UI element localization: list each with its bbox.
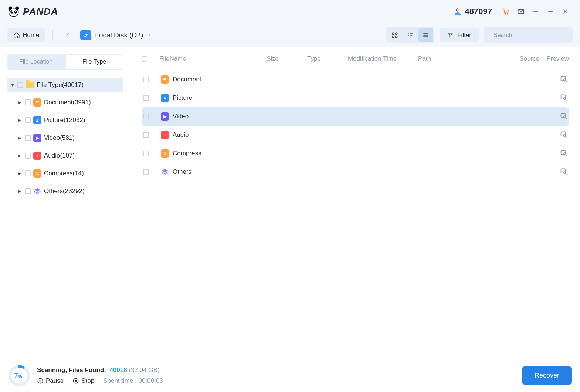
preview-button[interactable] <box>560 77 567 84</box>
row-checkbox[interactable] <box>143 169 149 175</box>
preview-button[interactable] <box>560 151 567 158</box>
aud-icon: ♪ <box>33 152 41 160</box>
row-name: Compress <box>173 150 201 157</box>
checkbox[interactable] <box>25 99 31 105</box>
tree-item-label: Picture(12032) <box>44 116 85 124</box>
checkbox[interactable] <box>25 170 31 176</box>
preview-button[interactable] <box>560 169 567 176</box>
scan-status-label: Scanning, Files Found: <box>37 366 106 374</box>
checkbox[interactable] <box>17 82 23 88</box>
tree-item-label: Video(581) <box>44 134 75 142</box>
chevron-right-icon <box>147 33 152 38</box>
svg-rect-13 <box>393 33 394 34</box>
tree-root[interactable]: ▼ File Type(40017) <box>7 78 123 92</box>
tree-item-vid[interactable]: ▶▶Video(581) <box>7 130 123 146</box>
cart-icon[interactable] <box>499 4 513 19</box>
pause-label: Pause <box>46 377 64 385</box>
checkbox[interactable] <box>25 188 31 194</box>
home-label: Home <box>23 31 39 39</box>
disk-icon <box>80 30 91 40</box>
tree-item-label: Document(3991) <box>44 99 91 106</box>
home-button[interactable]: Home <box>7 28 45 42</box>
table-row[interactable]: ▶Video <box>142 107 569 126</box>
row-checkbox[interactable] <box>143 132 149 138</box>
view-detail-button[interactable] <box>403 28 418 42</box>
tree-item-doc[interactable]: ▶≣Document(3991) <box>7 95 123 110</box>
expand-icon[interactable]: ▶ <box>18 189 22 194</box>
svg-point-5 <box>12 11 13 12</box>
table-row[interactable]: ⇅Compress <box>142 144 569 163</box>
minimize-icon[interactable] <box>543 4 558 19</box>
menu-icon[interactable] <box>528 4 543 19</box>
col-type[interactable]: Type <box>307 55 348 62</box>
tree-item-zip[interactable]: ▶⇅Compress(14) <box>7 166 123 181</box>
expand-icon[interactable]: ▶ <box>18 153 22 158</box>
preview-button[interactable] <box>560 114 567 121</box>
vid-icon: ▶ <box>161 112 169 121</box>
col-name[interactable]: FileName <box>159 55 267 62</box>
stop-icon <box>72 378 79 384</box>
checkbox[interactable] <box>25 117 31 123</box>
filter-label: Filter <box>457 31 471 39</box>
row-checkbox[interactable] <box>143 114 149 119</box>
pause-button[interactable]: Pause <box>37 377 64 385</box>
view-grid-button[interactable] <box>387 28 402 42</box>
mail-icon[interactable] <box>513 4 528 19</box>
table-row[interactable]: ♪Audio <box>142 126 569 144</box>
filter-button[interactable]: Filter <box>440 28 479 42</box>
expand-icon[interactable]: ▶ <box>18 135 22 141</box>
svg-rect-16 <box>396 36 397 38</box>
preview-button[interactable] <box>560 95 567 102</box>
breadcrumb[interactable]: Local Disk (D:\) <box>80 30 152 40</box>
tab-file-type[interactable]: File Type <box>66 55 123 69</box>
tree-item-oth[interactable]: ▶Others(23292) <box>7 183 123 199</box>
checkbox[interactable] <box>25 153 31 159</box>
tree-item-pic[interactable]: ▶▲Picture(12032) <box>7 112 123 128</box>
view-list-button[interactable] <box>418 28 433 42</box>
col-preview[interactable]: Preview <box>539 55 569 62</box>
search-box[interactable] <box>484 27 573 43</box>
col-path[interactable]: Path <box>418 55 502 62</box>
select-all-checkbox[interactable] <box>142 56 147 62</box>
brand-text: PANDA <box>23 6 58 17</box>
table-row[interactable]: Others <box>142 163 569 181</box>
svg-rect-22 <box>561 113 566 118</box>
preview-button[interactable] <box>560 132 567 139</box>
user-count: 487097 <box>453 7 492 16</box>
checkbox[interactable] <box>25 135 31 141</box>
expand-icon[interactable]: ▶ <box>18 100 22 105</box>
svg-rect-15 <box>393 36 394 38</box>
col-source[interactable]: Source <box>502 55 539 62</box>
expand-icon[interactable]: ▶ <box>18 171 22 176</box>
toolbar: Home Local Disk (D:\) Filter <box>0 23 580 47</box>
col-size[interactable]: Size <box>267 55 307 62</box>
collapse-icon[interactable]: ▼ <box>10 82 15 88</box>
tab-file-location[interactable]: File Location <box>7 54 65 70</box>
row-checkbox[interactable] <box>143 77 149 82</box>
search-input[interactable] <box>493 32 567 38</box>
svg-rect-26 <box>561 150 566 155</box>
title-bar: PANDA 487097 <box>0 0 580 23</box>
table-row[interactable]: ▲Picture <box>142 89 569 107</box>
tree-item-label: Audio(107) <box>44 152 75 159</box>
stop-button[interactable]: Stop <box>72 377 94 385</box>
aud-icon: ♪ <box>161 131 169 139</box>
progress-ring: 7% <box>8 365 30 387</box>
close-icon[interactable] <box>558 4 573 19</box>
sidebar: File Location File Type ▼ File Type(4001… <box>0 47 130 359</box>
scan-status: Scanning, Files Found: 40018 (32.04 GB) <box>37 366 163 374</box>
home-icon <box>13 32 20 38</box>
back-button[interactable] <box>60 28 75 43</box>
expand-icon[interactable]: ▶ <box>18 118 22 123</box>
table-row[interactable]: ≣Document <box>142 70 569 89</box>
tree-item-aud[interactable]: ▶♪Audio(107) <box>7 148 123 163</box>
col-modification[interactable]: Modification Time <box>348 55 418 62</box>
row-checkbox[interactable] <box>143 95 149 101</box>
row-checkbox[interactable] <box>143 151 149 156</box>
svg-rect-28 <box>561 169 566 173</box>
svg-point-2 <box>9 9 18 16</box>
scan-found-size: (32.04 GB) <box>129 366 159 374</box>
svg-rect-18 <box>561 76 566 81</box>
file-list: FileName Size Type Modification Time Pat… <box>130 47 580 359</box>
recover-button[interactable]: Recover <box>522 366 572 385</box>
